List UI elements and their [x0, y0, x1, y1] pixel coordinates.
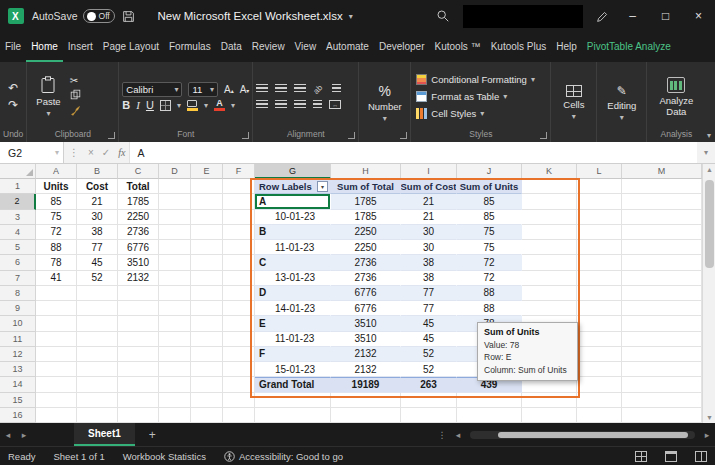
cell-D3[interactable]	[159, 210, 191, 225]
column-header-E[interactable]: E	[191, 164, 223, 179]
cell-E16[interactable]	[191, 408, 223, 423]
horizontal-scrollbar[interactable]	[470, 431, 695, 439]
cell-L4[interactable]	[577, 225, 622, 240]
cell-E14[interactable]	[191, 377, 223, 392]
cell-C11[interactable]	[118, 332, 159, 347]
tab-help[interactable]: Help	[551, 32, 582, 62]
tab-kutools[interactable]: Kutools ™	[430, 32, 486, 62]
cell-C10[interactable]	[118, 316, 159, 331]
cell-J2[interactable]: 85	[457, 194, 522, 209]
cell-I12[interactable]: 52	[401, 347, 457, 362]
decrease-font-button[interactable]: A▾	[240, 84, 250, 95]
row-header-8[interactable]: 8	[0, 286, 36, 301]
cell-B15[interactable]	[77, 393, 118, 408]
cell-D2[interactable]	[159, 194, 191, 209]
cell-G4[interactable]: B	[255, 225, 331, 240]
row-header-12[interactable]: 12	[0, 347, 36, 362]
column-header-J[interactable]: J	[457, 164, 522, 179]
cell-K16[interactable]	[522, 408, 577, 423]
tab-file[interactable]: File	[0, 32, 26, 62]
cell-I2[interactable]: 21	[401, 194, 457, 209]
cell-M11[interactable]	[622, 332, 702, 347]
tab-home[interactable]: Home	[26, 32, 63, 62]
format-painter-button[interactable]	[67, 105, 84, 119]
select-all-corner[interactable]	[0, 164, 36, 179]
scroll-down-icon[interactable]: ▼	[703, 414, 715, 421]
cell-I15[interactable]	[401, 393, 457, 408]
formula-input[interactable]: A	[129, 142, 697, 163]
cell-H7[interactable]: 2736	[331, 271, 401, 286]
cell-L14[interactable]	[577, 377, 622, 392]
cell-I1[interactable]: Sum of Cost	[401, 179, 457, 194]
cell-G3[interactable]: 10-01-23	[255, 210, 331, 225]
tab-view[interactable]: View	[290, 32, 322, 62]
search-icon[interactable]	[436, 9, 450, 23]
cell-B14[interactable]	[77, 377, 118, 392]
cell-G1[interactable]: Row Labels▾	[255, 179, 331, 194]
tab-formulas[interactable]: Formulas	[164, 32, 216, 62]
cell-F11[interactable]	[223, 332, 255, 347]
cell-A14[interactable]	[36, 377, 77, 392]
cell-D8[interactable]	[159, 286, 191, 301]
analyze-data-button[interactable]: Analyze Data	[650, 65, 702, 128]
cell-K5[interactable]	[522, 240, 577, 255]
cell-B8[interactable]	[77, 286, 118, 301]
orientation-icon[interactable]: ab	[312, 81, 327, 96]
cell-styles-button[interactable]: Cell Styles ▾	[414, 105, 547, 122]
cell-C8[interactable]	[118, 286, 159, 301]
underline-button[interactable]: U	[146, 99, 154, 111]
cell-K8[interactable]	[522, 286, 577, 301]
align-bottom-icon[interactable]	[294, 84, 306, 93]
tab-page-layout[interactable]: Page Layout	[98, 32, 164, 62]
cell-C9[interactable]	[118, 301, 159, 316]
maximize-button[interactable]: □	[649, 0, 682, 32]
dialog-launcher-icon[interactable]	[400, 132, 407, 139]
dialog-launcher-icon[interactable]	[108, 132, 115, 139]
cell-A7[interactable]: 41	[36, 271, 77, 286]
cell-E1[interactable]	[191, 179, 223, 194]
editing-button[interactable]: ✎ Editing ▾	[600, 65, 643, 141]
cell-E3[interactable]	[191, 210, 223, 225]
name-box[interactable]: G2 ▾	[0, 142, 64, 163]
cell-K4[interactable]	[522, 225, 577, 240]
cell-I11[interactable]: 45	[401, 332, 457, 347]
cell-H6[interactable]: 2736	[331, 255, 401, 270]
cell-H14[interactable]: 19189	[331, 377, 401, 392]
align-left-icon[interactable]	[256, 100, 268, 109]
cell-D15[interactable]	[159, 393, 191, 408]
cell-A4[interactable]: 72	[36, 225, 77, 240]
cell-F9[interactable]	[223, 301, 255, 316]
vertical-scrollbar[interactable]: ▲ ▼	[702, 164, 715, 423]
cells-button[interactable]: Cells ▾	[554, 65, 593, 141]
close-button[interactable]: ×	[682, 0, 715, 32]
cell-E8[interactable]	[191, 286, 223, 301]
cell-K2[interactable]	[522, 194, 577, 209]
vertical-scroll-thumb[interactable]	[705, 180, 714, 268]
cell-F15[interactable]	[223, 393, 255, 408]
column-header-M[interactable]: M	[622, 164, 702, 179]
cell-A2[interactable]: 85	[36, 194, 77, 209]
cell-A8[interactable]	[36, 286, 77, 301]
cell-A12[interactable]	[36, 347, 77, 362]
cell-B4[interactable]: 38	[77, 225, 118, 240]
cell-B10[interactable]	[77, 316, 118, 331]
cell-G15[interactable]	[255, 393, 331, 408]
row-header-5[interactable]: 5	[0, 240, 36, 255]
sheet-tab-sheet1[interactable]: Sheet1	[74, 423, 135, 446]
cell-M9[interactable]	[622, 301, 702, 316]
cell-E10[interactable]	[191, 316, 223, 331]
cell-H5[interactable]: 2250	[331, 240, 401, 255]
cell-D7[interactable]	[159, 271, 191, 286]
row-header-10[interactable]: 10	[0, 316, 36, 331]
cell-M13[interactable]	[622, 362, 702, 377]
cell-J3[interactable]: 85	[457, 210, 522, 225]
cell-B16[interactable]	[77, 408, 118, 423]
cell-K15[interactable]	[522, 393, 577, 408]
cell-L8[interactable]	[577, 286, 622, 301]
cell-G10[interactable]: E	[255, 316, 331, 331]
cell-F8[interactable]	[223, 286, 255, 301]
tab-developer[interactable]: Developer	[374, 32, 430, 62]
cell-F14[interactable]	[223, 377, 255, 392]
cell-M2[interactable]	[622, 194, 702, 209]
add-sheet-button[interactable]: +	[149, 428, 156, 442]
